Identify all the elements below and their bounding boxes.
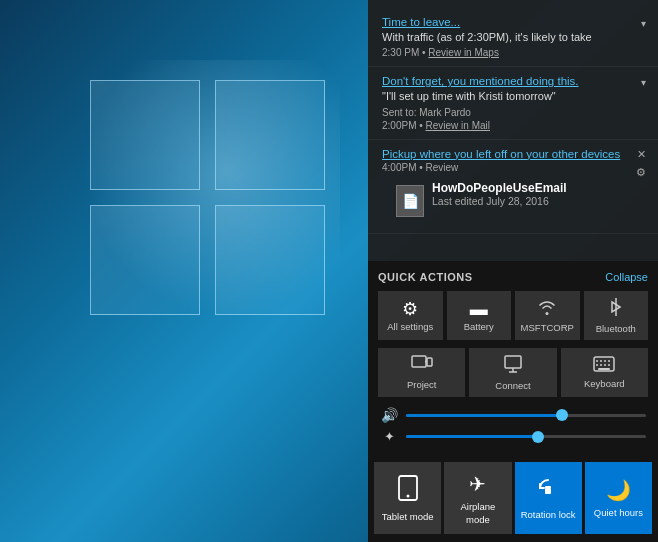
notif-maps-body: With traffic (as of 2:30PM), it's likely… [382,30,644,45]
brightness-thumb[interactable] [532,431,544,443]
notif-maps-link[interactable]: Review in Maps [428,47,499,58]
notif-mail-meta: 2:00PM • Review in Mail [382,120,644,131]
svg-point-18 [406,494,409,497]
doc-name: HowDoPeopleUseEmail [432,181,630,195]
qa-bluetooth[interactable]: Bluetooth [584,291,649,340]
connect-icon [503,354,523,377]
logo-pane-br [215,205,325,315]
volume-slider-row: 🔊 [378,407,648,423]
notification-mail: Don't forget, you mentioned doing this. … [368,67,658,139]
tile-airplane-mode-label: Airplane mode [448,501,507,526]
qa-grid-row2: Project Connect [378,348,648,397]
notif-device-settings[interactable]: ⚙ [636,166,646,179]
volume-icon: 🔊 [380,407,398,423]
quick-actions-section: QUICK ACTIONS Collapse ⚙ All settings ▬ … [368,261,658,456]
doc-sub: Last edited July 28, 2016 [432,195,630,207]
quiet-hours-icon: 🌙 [606,478,631,502]
svg-rect-1 [412,356,426,367]
brightness-slider-row: ✦ [378,429,648,444]
notifications-list: Time to leave... With traffic (as of 2:3… [368,0,658,261]
doc-notif: 📄 HowDoPeopleUseEmail Last edited July 2… [382,173,644,225]
qa-connect-label: Connect [495,380,530,391]
logo-pane-tl [90,80,200,190]
notif-device-close[interactable]: ✕ [637,148,646,161]
notif-mail-title[interactable]: Don't forget, you mentioned doing this. [382,75,644,87]
tile-quiet-hours[interactable]: 🌙 Quiet hours [585,462,652,534]
volume-track[interactable] [406,414,646,417]
notif-maps-chevron[interactable]: ▾ [641,18,646,29]
tile-rotation-lock-label: Rotation lock [521,509,576,521]
doc-text: HowDoPeopleUseEmail Last edited July 28,… [432,181,630,207]
tablet-mode-icon [397,475,419,506]
qa-header: QUICK ACTIONS Collapse [378,271,648,283]
qa-bluetooth-label: Bluetooth [596,323,636,334]
qa-keyboard[interactable]: Keyboard [561,348,648,397]
tile-quiet-hours-label: Quiet hours [594,507,643,519]
qa-title: QUICK ACTIONS [378,271,473,283]
notif-mail-sent: Sent to: Mark Pardo [382,107,644,118]
tile-tablet-mode-label: Tablet mode [382,511,434,523]
bluetooth-icon [609,297,623,320]
notification-maps: Time to leave... With traffic (as of 2:3… [368,8,658,67]
notification-device: Pickup where you left off on your other … [368,140,658,234]
qa-grid-row1: ⚙ All settings ▬ Battery MSFTCORP [378,291,648,340]
qa-collapse-button[interactable]: Collapse [605,271,648,283]
brightness-track[interactable] [406,435,646,438]
notif-maps-title[interactable]: Time to leave... [382,16,644,28]
qa-keyboard-label: Keyboard [584,378,625,389]
qa-connect[interactable]: Connect [469,348,556,397]
svg-rect-4 [505,356,521,368]
keyboard-icon [593,356,615,375]
settings-icon: ⚙ [402,300,418,318]
action-center: Time to leave... With traffic (as of 2:3… [368,0,658,542]
doc-icon: 📄 [396,185,424,217]
svg-rect-2 [427,358,432,366]
notif-maps-meta: 2:30 PM • Review in Maps [382,47,644,58]
tile-rotation-lock[interactable]: Rotation lock [515,462,582,534]
notif-mail-link[interactable]: Review in Mail [426,120,490,131]
notif-mail-chevron[interactable]: ▾ [641,77,646,88]
notif-device-meta: 4:00PM • Review [382,162,644,173]
qa-all-settings[interactable]: ⚙ All settings [378,291,443,340]
qa-msftcorp-label: MSFTCORP [521,322,574,333]
wifi-icon [537,298,557,319]
logo-pane-tr [215,80,325,190]
brightness-fill [406,435,538,438]
volume-thumb[interactable] [556,409,568,421]
volume-fill [406,414,562,417]
qa-project-label: Project [407,379,437,390]
battery-icon: ▬ [470,300,488,318]
bottom-tiles: Tablet mode ✈ Airplane mode Rotation loc… [368,456,658,542]
logo-pane-bl [90,205,200,315]
svg-rect-19 [545,488,551,494]
qa-msftcorp[interactable]: MSFTCORP [515,291,580,340]
tile-airplane-mode[interactable]: ✈ Airplane mode [444,462,511,534]
notif-device-title[interactable]: Pickup where you left off on your other … [382,148,644,160]
tile-tablet-mode[interactable]: Tablet mode [374,462,441,534]
qa-battery-label: Battery [464,321,494,332]
brightness-icon: ✦ [380,429,398,444]
notif-mail-body: "I'll set up time with Kristi tomorrow" [382,89,644,104]
qa-project[interactable]: Project [378,348,465,397]
qa-all-settings-label: All settings [387,321,433,332]
airplane-mode-icon: ✈ [469,472,486,496]
windows-logo [60,60,340,340]
project-icon [411,355,433,376]
qa-battery[interactable]: ▬ Battery [447,291,512,340]
rotation-lock-icon [537,477,559,504]
